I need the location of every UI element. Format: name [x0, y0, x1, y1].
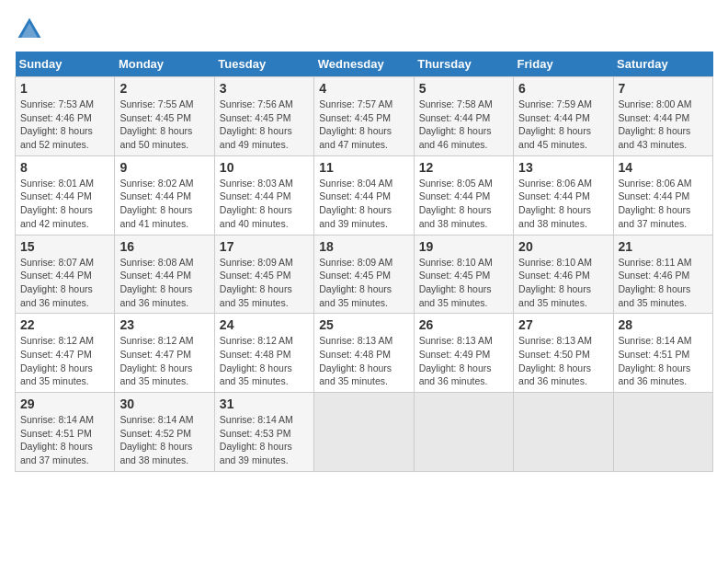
- day-info: Sunrise: 8:08 AMSunset: 4:44 PMDaylight:…: [119, 257, 193, 308]
- day-info: Sunrise: 8:10 AMSunset: 4:46 PMDaylight:…: [518, 257, 592, 308]
- calendar-cell: 6 Sunrise: 7:59 AMSunset: 4:44 PMDayligh…: [514, 77, 613, 156]
- day-info: Sunrise: 7:57 AMSunset: 4:45 PMDaylight:…: [319, 98, 392, 150]
- day-number: 13: [518, 160, 608, 175]
- day-info: Sunrise: 7:55 AMSunset: 4:45 PMDaylight:…: [119, 98, 193, 150]
- calendar-cell: 28 Sunrise: 8:14 AMSunset: 4:51 PMDaylig…: [613, 314, 712, 393]
- day-info: Sunrise: 8:02 AMSunset: 4:44 PMDaylight:…: [119, 178, 193, 229]
- day-header-tuesday: Tuesday: [214, 52, 313, 77]
- calendar-cell: 26 Sunrise: 8:13 AMSunset: 4:49 PMDaylig…: [414, 314, 513, 393]
- day-info: Sunrise: 8:00 AMSunset: 4:44 PMDaylight:…: [619, 98, 692, 150]
- logo-icon: [15, 15, 44, 44]
- calendar-cell: 9 Sunrise: 8:02 AMSunset: 4:44 PMDayligh…: [115, 155, 214, 235]
- day-header-saturday: Saturday: [613, 52, 712, 77]
- calendar-cell: 4 Sunrise: 7:57 AMSunset: 4:45 PMDayligh…: [314, 77, 414, 156]
- day-info: Sunrise: 8:06 AMSunset: 4:44 PMDaylight:…: [518, 178, 592, 229]
- calendar-cell: 20 Sunrise: 8:10 AMSunset: 4:46 PMDaylig…: [514, 235, 613, 314]
- day-header-thursday: Thursday: [414, 52, 513, 77]
- calendar-cell: 22 Sunrise: 8:12 AMSunset: 4:47 PMDaylig…: [16, 314, 115, 393]
- calendar-cell: 11 Sunrise: 8:04 AMSunset: 4:44 PMDaylig…: [314, 155, 414, 235]
- days-header-row: SundayMondayTuesdayWednesdayThursdayFrid…: [16, 52, 713, 77]
- day-number: 10: [220, 160, 309, 175]
- day-info: Sunrise: 8:10 AMSunset: 4:45 PMDaylight:…: [419, 257, 493, 308]
- day-number: 8: [20, 160, 109, 175]
- day-number: 24: [220, 317, 309, 332]
- day-info: Sunrise: 8:12 AMSunset: 4:48 PMDaylight:…: [220, 335, 293, 386]
- calendar-cell: 21 Sunrise: 8:11 AMSunset: 4:46 PMDaylig…: [613, 235, 712, 314]
- calendar-cell: 23 Sunrise: 8:12 AMSunset: 4:47 PMDaylig…: [115, 314, 214, 393]
- day-number: 11: [319, 160, 408, 175]
- day-info: Sunrise: 8:04 AMSunset: 4:44 PMDaylight:…: [319, 178, 392, 229]
- day-number: 25: [319, 317, 408, 332]
- day-number: 31: [220, 396, 309, 411]
- day-info: Sunrise: 8:14 AMSunset: 4:51 PMDaylight:…: [619, 335, 692, 386]
- day-info: Sunrise: 8:03 AMSunset: 4:44 PMDaylight:…: [220, 178, 293, 229]
- day-info: Sunrise: 8:11 AMSunset: 4:46 PMDaylight:…: [619, 257, 692, 308]
- day-number: 28: [619, 317, 708, 332]
- day-info: Sunrise: 8:14 AMSunset: 4:52 PMDaylight:…: [119, 414, 193, 465]
- calendar-cell: 16 Sunrise: 8:08 AMSunset: 4:44 PMDaylig…: [115, 235, 214, 314]
- day-header-monday: Monday: [115, 52, 214, 77]
- day-info: Sunrise: 8:12 AMSunset: 4:47 PMDaylight:…: [20, 335, 94, 386]
- day-number: 6: [518, 81, 608, 96]
- logo: [15, 15, 48, 44]
- calendar-cell: 19 Sunrise: 8:10 AMSunset: 4:45 PMDaylig…: [414, 235, 513, 314]
- calendar-table: SundayMondayTuesdayWednesdayThursdayFrid…: [15, 52, 713, 472]
- day-info: Sunrise: 8:05 AMSunset: 4:44 PMDaylight:…: [419, 178, 493, 229]
- day-number: 30: [119, 396, 209, 411]
- day-info: Sunrise: 7:56 AMSunset: 4:45 PMDaylight:…: [220, 98, 293, 150]
- day-header-friday: Friday: [514, 52, 613, 77]
- day-number: 5: [419, 81, 508, 96]
- day-info: Sunrise: 8:07 AMSunset: 4:44 PMDaylight:…: [20, 257, 94, 308]
- day-number: 19: [419, 239, 508, 254]
- calendar-cell: 2 Sunrise: 7:55 AMSunset: 4:45 PMDayligh…: [115, 77, 214, 156]
- calendar-cell: 3 Sunrise: 7:56 AMSunset: 4:45 PMDayligh…: [214, 77, 313, 156]
- day-header-wednesday: Wednesday: [314, 52, 414, 77]
- week-row-2: 8 Sunrise: 8:01 AMSunset: 4:44 PMDayligh…: [16, 155, 713, 235]
- week-row-1: 1 Sunrise: 7:53 AMSunset: 4:46 PMDayligh…: [16, 77, 713, 156]
- day-info: Sunrise: 7:58 AMSunset: 4:44 PMDaylight:…: [419, 98, 493, 150]
- calendar-cell: 31 Sunrise: 8:14 AMSunset: 4:53 PMDaylig…: [214, 393, 313, 472]
- week-row-3: 15 Sunrise: 8:07 AMSunset: 4:44 PMDaylig…: [16, 235, 713, 314]
- day-number: 3: [220, 81, 309, 96]
- day-number: 15: [20, 239, 109, 254]
- day-info: Sunrise: 8:09 AMSunset: 4:45 PMDaylight:…: [220, 257, 293, 308]
- day-info: Sunrise: 8:06 AMSunset: 4:44 PMDaylight:…: [619, 178, 692, 229]
- calendar-cell: 8 Sunrise: 8:01 AMSunset: 4:44 PMDayligh…: [16, 155, 115, 235]
- calendar-cell: [514, 393, 613, 472]
- day-number: 12: [419, 160, 508, 175]
- calendar-cell: 27 Sunrise: 8:13 AMSunset: 4:50 PMDaylig…: [514, 314, 613, 393]
- day-number: 16: [119, 239, 209, 254]
- day-number: 4: [319, 81, 408, 96]
- calendar-cell: [414, 393, 513, 472]
- week-row-5: 29 Sunrise: 8:14 AMSunset: 4:51 PMDaylig…: [16, 393, 713, 472]
- calendar-cell: 29 Sunrise: 8:14 AMSunset: 4:51 PMDaylig…: [16, 393, 115, 472]
- day-info: Sunrise: 8:09 AMSunset: 4:45 PMDaylight:…: [319, 257, 392, 308]
- day-info: Sunrise: 8:14 AMSunset: 4:53 PMDaylight:…: [220, 414, 293, 465]
- day-number: 20: [518, 239, 608, 254]
- day-info: Sunrise: 8:12 AMSunset: 4:47 PMDaylight:…: [119, 335, 193, 386]
- day-info: Sunrise: 8:14 AMSunset: 4:51 PMDaylight:…: [20, 414, 94, 465]
- day-number: 29: [20, 396, 109, 411]
- calendar-cell: 10 Sunrise: 8:03 AMSunset: 4:44 PMDaylig…: [214, 155, 313, 235]
- day-info: Sunrise: 7:53 AMSunset: 4:46 PMDaylight:…: [20, 98, 94, 150]
- calendar-cell: 12 Sunrise: 8:05 AMSunset: 4:44 PMDaylig…: [414, 155, 513, 235]
- day-number: 26: [419, 317, 508, 332]
- calendar-cell: 5 Sunrise: 7:58 AMSunset: 4:44 PMDayligh…: [414, 77, 513, 156]
- calendar-cell: [613, 393, 712, 472]
- calendar-cell: 14 Sunrise: 8:06 AMSunset: 4:44 PMDaylig…: [613, 155, 712, 235]
- calendar-cell: 18 Sunrise: 8:09 AMSunset: 4:45 PMDaylig…: [314, 235, 414, 314]
- calendar-cell: 15 Sunrise: 8:07 AMSunset: 4:44 PMDaylig…: [16, 235, 115, 314]
- day-info: Sunrise: 8:13 AMSunset: 4:50 PMDaylight:…: [518, 335, 592, 386]
- calendar-cell: 1 Sunrise: 7:53 AMSunset: 4:46 PMDayligh…: [16, 77, 115, 156]
- day-number: 7: [619, 81, 708, 96]
- day-number: 1: [20, 81, 109, 96]
- week-row-4: 22 Sunrise: 8:12 AMSunset: 4:47 PMDaylig…: [16, 314, 713, 393]
- calendar-cell: 25 Sunrise: 8:13 AMSunset: 4:48 PMDaylig…: [314, 314, 414, 393]
- day-number: 18: [319, 239, 408, 254]
- day-number: 23: [119, 317, 209, 332]
- calendar-cell: 24 Sunrise: 8:12 AMSunset: 4:48 PMDaylig…: [214, 314, 313, 393]
- calendar-cell: 30 Sunrise: 8:14 AMSunset: 4:52 PMDaylig…: [115, 393, 214, 472]
- day-info: Sunrise: 8:01 AMSunset: 4:44 PMDaylight:…: [20, 178, 94, 229]
- header: [15, 15, 713, 44]
- day-number: 22: [20, 317, 109, 332]
